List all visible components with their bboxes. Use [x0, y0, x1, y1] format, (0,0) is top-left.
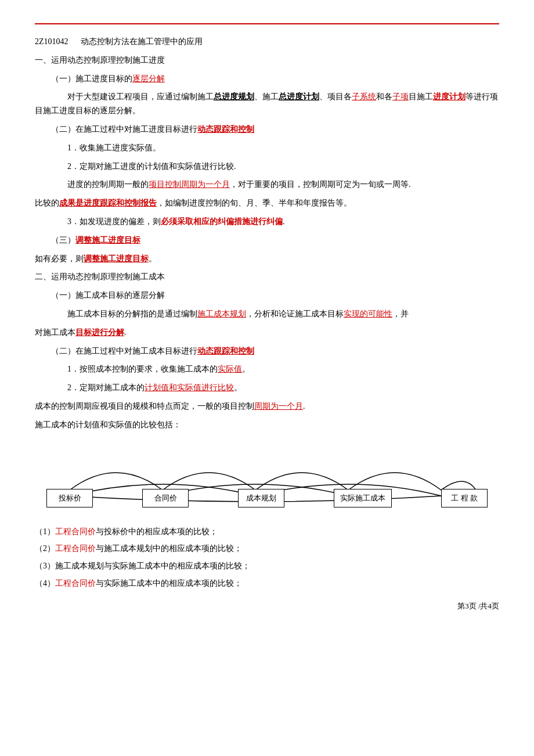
sub4-title: （一）施工成本目标的逐层分解 — [35, 289, 499, 303]
list-h2: 工程合同价 — [55, 544, 96, 553]
list-item-2: （2）工程合同价与施工成本规划中的相应成本项的比较； — [35, 542, 499, 556]
para2-h2: 成果是进度跟踪和控制报告 — [59, 199, 157, 207]
page-footer: 第3页 /共4页 — [457, 601, 499, 611]
cost-comparison-diagram: 投标价 合同价 成本规划 实际施工成本 工 程 款 — [46, 444, 488, 513]
item5: 2．定期对施工成本的计划值和实际值进行比较。 — [35, 381, 499, 395]
para4-end: 对施工成本目标进行分解. — [35, 326, 499, 340]
sub1-title: （一）施工进度目标的逐层分解 — [35, 72, 499, 86]
para2-end: 比较的成果是进度跟踪和控制报告，如编制进度控制的旬、月、季、半年和年度报告等。 — [35, 196, 499, 210]
box-contract-price: 合同价 — [142, 489, 189, 507]
box-actual-cost: 实际施工成本 — [334, 489, 392, 507]
box-project-payment: 工 程 款 — [441, 489, 488, 507]
diagram-boxes-container: 投标价 合同价 成本规划 实际施工成本 工 程 款 — [46, 489, 488, 507]
para1: 对于大型建设工程项目，应通过编制施工总进度规划、施工总进度计划、项目各子系统和各… — [35, 90, 499, 118]
page-info: 第3页 /共4页 — [457, 602, 499, 610]
list-item-3: （3）施工成本规划与实际施工成本中的相应成本项的比较； — [35, 559, 499, 573]
para5-h1: 周期为一个月 — [254, 402, 303, 411]
list-item-4: （4）工程合同价与实际施工成本中的相应成本项的比较； — [35, 577, 499, 591]
para4-h1: 施工成本规划 — [197, 309, 246, 318]
sub2-title: （二）在施工过程中对施工进度目标进行动态跟踪和控制 — [35, 123, 499, 136]
course-code: 2Z101042 — [35, 37, 68, 46]
para5: 成本的控制周期应视项目的规模和特点而定，一般的项目控制周期为一个月. — [35, 399, 499, 413]
item2: 2．定期对施工进度的计划值和实际值进行比较. — [35, 160, 499, 174]
para2-h1: 项目控制周期为一个月 — [149, 180, 230, 189]
para1-h3: 子系统 — [352, 92, 376, 101]
para3-h1: 调整施工进度目标 — [84, 254, 149, 263]
para3: 如有必要，则调整施工进度目标。 — [35, 252, 499, 266]
section2-title: 二、运用动态控制原理控制施工成本 — [35, 270, 499, 284]
para4: 施工成本目标的分解指的是通过编制施工成本规划，分析和论证施工成本目标实现的可能性… — [35, 307, 499, 321]
para1-h2: 总进度计划 — [279, 92, 319, 101]
para1-h1: 总进度规划 — [214, 92, 254, 101]
item4: 1．按照成本控制的要求，收集施工成本的实际值。 — [35, 362, 499, 376]
sub3-highlight: 调整施工进度目标 — [75, 236, 140, 244]
box-tender-price: 投标价 — [46, 489, 93, 507]
para4-h3: 目标进行分解 — [75, 328, 124, 337]
sub2-highlight: 动态跟踪和控制 — [197, 125, 254, 134]
top-border — [35, 23, 499, 24]
box-cost-plan: 成本规划 — [238, 489, 284, 507]
page-container: 2Z101042 动态控制方法在施工管理中的应用 一、运用动态控制原理控制施工进… — [0, 0, 534, 629]
sub1-highlight: 逐层分解 — [132, 74, 165, 83]
sub5-highlight: 动态跟踪和控制 — [197, 347, 254, 355]
item1: 1．收集施工进度实际值。 — [35, 141, 499, 155]
para4-h2: 实现的可能性 — [344, 309, 392, 318]
list-item-1: （1）工程合同价与投标价中的相应成本项的比较； — [35, 525, 499, 539]
sub3-title: （三）调整施工进度目标 — [35, 233, 499, 247]
list-h1: 工程合同价 — [55, 527, 96, 536]
item3-h1: 必须采取相应的纠偏措施进行纠偏 — [161, 217, 283, 226]
section1-title: 一、运用动态控制原理控制施工进度 — [35, 53, 499, 67]
para6: 施工成本的计划值和实际值的比较包括： — [35, 418, 499, 432]
header-line: 2Z101042 动态控制方法在施工管理中的应用 — [35, 35, 499, 49]
para1-h4: 子项 — [392, 92, 409, 101]
sub5-title: （二）在施工过程中对施工成本目标进行动态跟踪和控制 — [35, 344, 499, 358]
list-h4: 工程合同价 — [55, 579, 96, 588]
para2: 进度的控制周期一般的项目控制周期为一个月，对于重要的项目，控制周期可定为一旬或一… — [35, 178, 499, 192]
item5-h1: 计划值和实际值进行比较 — [145, 383, 234, 392]
course-title: 动态控制方法在施工管理中的应用 — [81, 37, 203, 46]
item3: 3．如发现进度的偏差，则必须采取相应的纠偏措施进行纠偏. — [35, 215, 499, 229]
para1-h5: 进度计划 — [433, 92, 466, 101]
item4-h1: 实际值 — [218, 365, 242, 373]
